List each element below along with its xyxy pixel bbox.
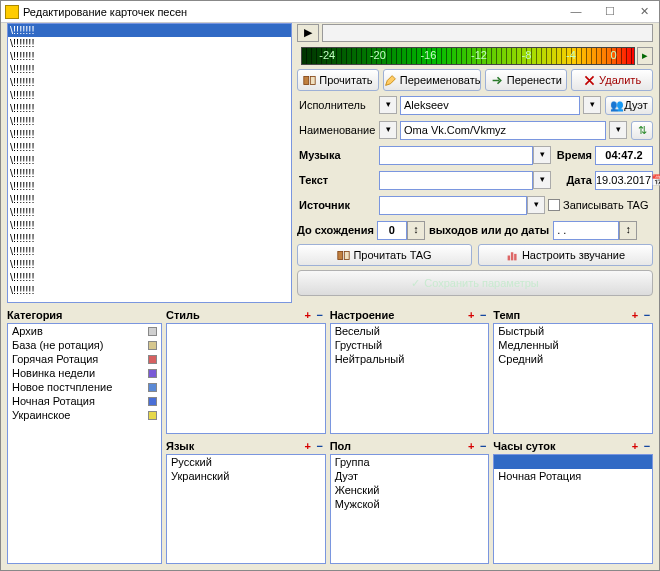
list-item[interactable]: Нейтральный [331,352,489,366]
list-item[interactable]: Новинка недели [8,366,161,380]
list-item[interactable]: Дуэт [331,469,489,483]
lang-list[interactable]: РусскийУкраинский [166,454,326,565]
list-item[interactable]: Медленный [494,338,652,352]
list-item[interactable]: \!!!!!!! [8,232,291,245]
source-dd[interactable]: ▾ [527,196,545,214]
minimize-button[interactable]: — [565,5,587,18]
list-item[interactable]: Грустный [331,338,489,352]
list-item[interactable]: \!!!!!!! [8,284,291,297]
list-item[interactable]: Мужской [331,497,489,511]
delete-button[interactable]: Удалить [571,69,653,91]
list-item[interactable]: База (не ротация) [8,338,161,352]
remove-icon[interactable]: − [477,440,489,452]
converge-input[interactable]: 0 [377,221,407,240]
source-input[interactable] [379,196,527,215]
add-icon[interactable]: + [465,309,477,321]
close-button[interactable]: ✕ [633,5,655,18]
title-value-dd[interactable]: ▾ [609,121,627,139]
tempo-list[interactable]: БыстрыйМедленныйСредний [493,323,653,434]
hours-list[interactable]: Ночная Ротация [493,454,653,565]
add-icon[interactable]: + [465,440,477,452]
title-field-dd[interactable]: ▾ [379,121,397,139]
list-item[interactable]: Веселый [331,324,489,338]
maximize-button[interactable]: ☐ [599,5,621,18]
list-item[interactable]: Украинский [167,469,325,483]
delete-label: Удалить [599,74,641,86]
seek-bar[interactable] [322,24,653,42]
music-dd[interactable]: ▾ [533,146,551,164]
list-item[interactable]: Горячая Ротация [8,352,161,366]
add-icon[interactable]: + [629,309,641,321]
list-item[interactable]: \!!!!!!! [8,24,291,37]
list-item[interactable]: \!!!!!!! [8,63,291,76]
song-list[interactable]: \!!!!!!!\!!!!!!!\!!!!!!!\!!!!!!!\!!!!!!!… [7,23,292,303]
list-item[interactable]: Ночная Ротация [8,394,161,408]
calendar-icon[interactable]: 📅 [651,172,660,189]
list-item[interactable]: Украинское [8,408,161,422]
list-item[interactable]: \!!!!!!! [8,76,291,89]
list-item[interactable]: Группа [331,455,489,469]
remove-icon[interactable]: − [314,440,326,452]
remove-icon[interactable]: − [477,309,489,321]
save-button[interactable]: ✓ Сохранить параметры [297,270,653,296]
music-input[interactable] [379,146,533,165]
performer-input[interactable]: Alekseev [400,96,580,115]
list-item[interactable]: \!!!!!!! [8,141,291,154]
list-item[interactable]: \!!!!!!! [8,245,291,258]
list-item[interactable]: \!!!!!!! [8,193,291,206]
performer-value-dd[interactable]: ▾ [583,96,601,114]
exits-spin[interactable]: ↕ [619,221,637,240]
time-value[interactable]: 04:47.2 [595,146,653,165]
list-item[interactable]: Русский [167,455,325,469]
list-item[interactable]: \!!!!!!! [8,258,291,271]
category-list[interactable]: АрхивБаза (не ротация)Горячая РотацияНов… [7,323,162,564]
list-item[interactable]: \!!!!!!! [8,115,291,128]
list-item[interactable]: \!!!!!!! [8,167,291,180]
list-item[interactable]: Ночная Ротация [494,469,652,483]
list-item[interactable]: \!!!!!!! [8,37,291,50]
list-item[interactable]: \!!!!!!! [8,128,291,141]
arrow-right-icon [491,74,504,87]
converge-spin[interactable]: ↕ [407,221,425,240]
list-item[interactable] [494,455,652,469]
title-input[interactable]: Oma Vk.Com/Vkmyz [400,121,606,140]
meter-button[interactable]: ▸ [637,47,653,65]
list-item[interactable]: Архив [8,324,161,338]
remove-icon[interactable]: − [314,309,326,321]
list-item[interactable]: \!!!!!!! [8,89,291,102]
tempo-panel: Темп+−БыстрыйМедленныйСредний [493,307,653,434]
duet-button[interactable]: 👥Дуэт [605,96,653,115]
add-icon[interactable]: + [302,440,314,452]
list-item[interactable]: \!!!!!!! [8,219,291,232]
play-button[interactable]: ▶ [297,24,319,42]
style-list[interactable] [166,323,326,434]
sex-list[interactable]: ГруппаДуэтЖенскийМужской [330,454,490,565]
exits-input[interactable]: . . [553,221,619,240]
rename-button[interactable]: Переименовать [383,69,482,91]
read-button[interactable]: Прочитать [297,69,379,91]
list-item[interactable]: \!!!!!!! [8,154,291,167]
text-input[interactable] [379,171,533,190]
remove-icon[interactable]: − [641,309,653,321]
mood-list[interactable]: ВеселыйГрустныйНейтральный [330,323,490,434]
list-item[interactable]: Женский [331,483,489,497]
list-item[interactable]: Быстрый [494,324,652,338]
move-button[interactable]: Перенести [485,69,567,91]
list-item[interactable]: \!!!!!!! [8,50,291,63]
list-item[interactable]: \!!!!!!! [8,180,291,193]
performer-field-dd[interactable]: ▾ [379,96,397,114]
list-item[interactable]: \!!!!!!! [8,206,291,219]
list-item[interactable]: \!!!!!!! [8,271,291,284]
tag-checkbox[interactable] [548,199,560,211]
list-item[interactable]: \!!!!!!! [8,102,291,115]
read-tag-button[interactable]: Прочитать TAG [297,244,472,266]
tune-sound-button[interactable]: Настроить звучание [478,244,653,266]
swap-button[interactable]: ⇅ [631,121,653,140]
text-dd[interactable]: ▾ [533,171,551,189]
list-item[interactable]: Средний [494,352,652,366]
date-input[interactable]: 19.03.2017 📅 [595,171,653,190]
add-icon[interactable]: + [302,309,314,321]
add-icon[interactable]: + [629,440,641,452]
list-item[interactable]: Новое постчпление [8,380,161,394]
remove-icon[interactable]: − [641,440,653,452]
